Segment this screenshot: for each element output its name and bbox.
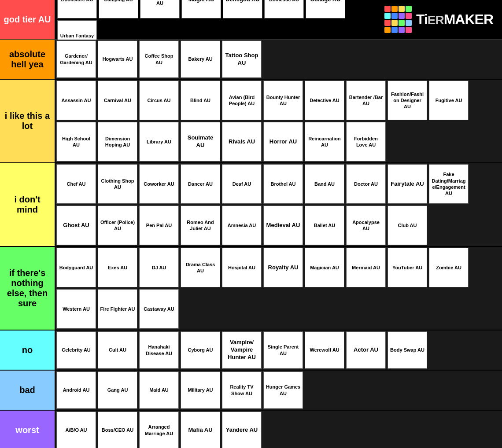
list-item[interactable]: Coworker AU	[139, 164, 179, 204]
tier-row-i-dont-mind: i don't mind Chef AU Clothing Shop AU Co…	[0, 163, 502, 247]
list-item[interactable]: Medieval AU	[263, 206, 303, 245]
list-item[interactable]: Fairytale AU	[388, 164, 427, 204]
list-item[interactable]: Coffee Shop AU	[139, 40, 179, 78]
list-item[interactable]: Deaf AU	[222, 164, 262, 204]
list-item[interactable]: Body Swap AU	[388, 331, 427, 369]
list-item[interactable]: Detective AU	[305, 81, 344, 120]
list-item[interactable]: Royalty AU	[263, 248, 303, 287]
list-item[interactable]: Collage AU	[306, 0, 345, 18]
list-item[interactable]: Pen Pal AU	[139, 206, 179, 245]
list-item[interactable]: YouTuber AU	[388, 248, 427, 287]
list-item[interactable]: Fashion/Fashion Designer AU	[388, 81, 427, 120]
list-item[interactable]: Chef AU	[56, 164, 96, 204]
list-item[interactable]: High School AU	[56, 122, 96, 162]
list-item[interactable]: Dancer AU	[181, 164, 220, 204]
tier-row-i-like-this-a-lot: i like this a lot Assassin AU Carnival A…	[0, 80, 502, 163]
tier-label: worst	[0, 411, 55, 448]
god-tier-label: god tier AU	[0, 0, 55, 39]
list-item[interactable]: Circus AU	[139, 81, 179, 120]
list-item[interactable]: Bakery AU	[181, 40, 220, 78]
list-item[interactable]: Western AU	[56, 289, 96, 329]
tier-items: Celebrity AU Cult AU Hanahaki Disease AU…	[55, 330, 502, 370]
list-item[interactable]: Drama Class AU	[181, 248, 220, 287]
list-item[interactable]: Club AU	[388, 206, 427, 245]
list-item[interactable]: Bodyguard AU	[56, 248, 96, 287]
tier-label: i like this a lot	[0, 80, 55, 162]
list-item[interactable]: Doctor AU	[346, 164, 386, 204]
list-item[interactable]: Single Parent AU	[263, 331, 303, 369]
list-item[interactable]: Fugitive AU	[429, 81, 469, 120]
list-item[interactable]: Clothing Shop AU	[98, 164, 137, 204]
list-item[interactable]: Cult AU	[98, 331, 137, 369]
list-item[interactable]: Fake Dating/Marriage/Engagement AU	[429, 164, 469, 204]
list-item[interactable]: DJ AU	[139, 248, 179, 287]
list-item[interactable]: Castaway AU	[139, 289, 179, 329]
tiermaker-title: TiERMAKER	[416, 11, 493, 28]
tier-row-absolute-hell-yea: absolute hell yea Gardener/ Gardening AU…	[0, 40, 502, 80]
list-item[interactable]: Carnival AU	[98, 81, 137, 120]
list-item[interactable]: Demigod AU	[223, 0, 262, 18]
list-item[interactable]: Soulmate AU	[181, 122, 220, 162]
tiermaker-app: god tier AU Bookstore AU Camping AU Phot…	[0, 0, 502, 448]
list-item[interactable]: Actor AU	[346, 331, 386, 369]
list-item[interactable]: Mafia AU	[181, 411, 220, 448]
list-item[interactable]: Photographer AU	[140, 0, 180, 18]
list-item[interactable]: Cyborg AU	[181, 331, 220, 369]
list-item[interactable]: Apocalypse AU	[346, 206, 386, 245]
list-item[interactable]: Fire Fighter AU	[98, 289, 137, 329]
list-item[interactable]: Exes AU	[98, 248, 137, 287]
tier-row-worst: worst A/B/O AU Boss/CEO AU Arranged Marr…	[0, 411, 502, 448]
list-item[interactable]: Brothel AU	[263, 164, 303, 204]
list-item[interactable]: Camping AU	[99, 0, 138, 18]
list-item[interactable]: Arranged Marriage AU	[139, 411, 179, 448]
tiermaker-logo: TiERMAKER	[384, 6, 502, 33]
list-item[interactable]: Band AU	[305, 164, 344, 204]
list-item[interactable]: Mermaid AU	[346, 248, 386, 287]
list-item[interactable]: Reality TV Show AU	[222, 371, 262, 409]
list-item[interactable]: Forbidden Love AU	[346, 122, 386, 162]
list-item[interactable]: Domestic AU	[264, 0, 304, 18]
tier-label: bad	[0, 371, 55, 410]
list-item[interactable]: Amnesia AU	[222, 206, 262, 245]
tier-items: Gardener/ Gardening AU Hogwarts AU Coffe…	[55, 40, 502, 79]
list-item[interactable]: Maid AU	[139, 371, 179, 409]
list-item[interactable]: Bookstore AU	[57, 0, 97, 18]
list-item[interactable]: Avian (Bird People) AU	[222, 81, 262, 120]
list-item[interactable]: Bartender /Bar AU	[346, 81, 386, 120]
tier-items: Assassin AU Carnival AU Circus AU Blind …	[55, 80, 502, 162]
logo-grid	[384, 6, 412, 33]
list-item[interactable]: Romeo And Juliet AU	[181, 206, 220, 245]
tier-row-no: no Celebrity AU Cult AU Hanahaki Disease…	[0, 330, 502, 371]
list-item[interactable]: Rivals AU	[222, 122, 262, 162]
list-item[interactable]: Tattoo Shop AU	[222, 40, 262, 78]
list-item[interactable]: Library AU	[139, 122, 179, 162]
list-item[interactable]: Android AU	[56, 371, 96, 409]
list-item[interactable]: Zombie AU	[429, 248, 469, 287]
list-item[interactable]: Blind AU	[181, 81, 220, 120]
list-item[interactable]: Hospital AU	[222, 248, 262, 287]
list-item[interactable]: Officer (Police) AU	[98, 206, 137, 245]
list-item[interactable]: Hunger Games AU	[263, 371, 303, 409]
list-item[interactable]: Celebrity AU	[56, 331, 96, 369]
list-item[interactable]: Magician AU	[305, 248, 344, 287]
list-item[interactable]: Boss/CEO AU	[98, 411, 137, 448]
list-item[interactable]: Dimension Hoping AU	[98, 122, 137, 162]
list-item[interactable]: Horror AU	[263, 122, 303, 162]
list-item[interactable]: Vampire/ Vampire Hunter AU	[222, 331, 262, 369]
list-item[interactable]: Gardener/ Gardening AU	[56, 40, 96, 78]
list-item[interactable]: Gang AU	[98, 371, 137, 409]
list-item[interactable]: Ballet AU	[305, 206, 344, 245]
list-item[interactable]: Bounty Hunter AU	[263, 81, 303, 120]
tier-label: if there's nothing else, then sure	[0, 247, 55, 330]
list-item[interactable]: Military AU	[181, 371, 220, 409]
list-item[interactable]: Ghost AU	[56, 206, 96, 245]
list-item[interactable]: Reincarnation AU	[305, 122, 344, 162]
list-item[interactable]: Hanahaki Disease AU	[139, 331, 179, 369]
list-item[interactable]: A/B/O AU	[56, 411, 96, 448]
list-item[interactable]: Yandere AU	[222, 411, 262, 448]
list-item[interactable]: Hogwarts AU	[98, 40, 137, 78]
list-item[interactable]: Werewolf AU	[305, 331, 344, 369]
list-item[interactable]: Assassin AU	[56, 81, 96, 120]
list-item[interactable]: Magic AU	[181, 0, 221, 18]
tier-row-bad: bad Android AU Gang AU Maid AU Military …	[0, 371, 502, 411]
